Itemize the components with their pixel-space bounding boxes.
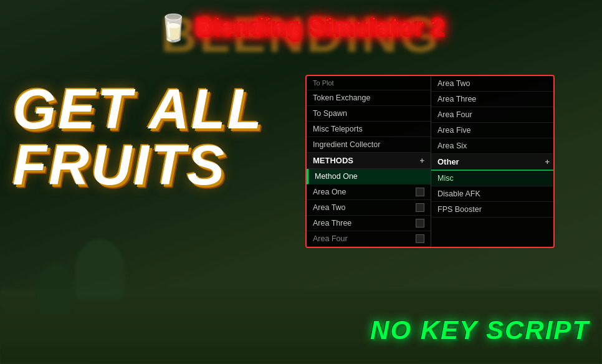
menu-item-misc-teleports[interactable]: Misc Teleports	[307, 122, 431, 137]
game-title: Blending Simulator 2	[196, 14, 445, 41]
menu-item-token-exchange[interactable]: Token Exchange	[307, 90, 431, 106]
menu-item-area-two-left[interactable]: Area Two	[307, 200, 431, 216]
menu-item-area-four-left[interactable]: Area Four	[307, 231, 431, 247]
menu-item-area-three-right[interactable]: Area Three	[431, 92, 555, 107]
menu-item-to-plot[interactable]: To Plot	[307, 76, 431, 90]
area-four-checkbox[interactable]	[416, 234, 424, 243]
menu-item-area-five-right[interactable]: Area Five	[431, 123, 555, 138]
menu-item-method-one[interactable]: Method One	[307, 169, 431, 184]
menu-item-area-one[interactable]: Area One	[307, 184, 431, 200]
other-section-header: Other +	[431, 154, 555, 171]
headline-line2: FRUITS	[12, 137, 264, 193]
headline-line1: GET ALL	[12, 81, 264, 137]
menu-item-area-three-left[interactable]: Area Three	[307, 216, 431, 231]
menu-item-disable-afk[interactable]: Disable AFK	[431, 186, 555, 202]
menu-left-column: To Plot Token Exchange To Spawn Misc Tel…	[307, 76, 431, 247]
other-plus-icon[interactable]: +	[545, 157, 550, 166]
menu-item-area-four-right[interactable]: Area Four	[431, 107, 555, 123]
area-one-checkbox[interactable]	[416, 188, 424, 196]
menu-item-ingredient-collector[interactable]: Ingredient Collector	[307, 137, 431, 153]
menu-item-area-two-right[interactable]: Area Two	[431, 76, 555, 92]
menu-item-area-six-right[interactable]: Area Six	[431, 138, 555, 154]
area-two-checkbox[interactable]	[416, 203, 424, 212]
methods-section-header: METHODS +	[307, 153, 431, 169]
area-three-checkbox[interactable]	[416, 219, 424, 228]
bottom-tagline: NO KEY SCRIPT	[370, 315, 590, 345]
methods-plus-icon[interactable]: +	[419, 156, 424, 165]
menu-item-fps-booster[interactable]: FPS Booster	[431, 202, 555, 218]
menu-right-column: Area Two Area Three Area Four Area Five …	[431, 76, 555, 247]
script-menu-panel: To Plot Token Exchange To Spawn Misc Tel…	[305, 75, 555, 248]
menu-item-misc[interactable]: Misc	[431, 171, 555, 186]
milk-emoji: 🥛	[157, 12, 189, 43]
header: 🥛 Blending Simulator 2	[157, 12, 445, 43]
menu-item-to-spawn[interactable]: To Spawn	[307, 106, 431, 122]
main-headline: GET ALL FRUITS	[12, 81, 264, 193]
